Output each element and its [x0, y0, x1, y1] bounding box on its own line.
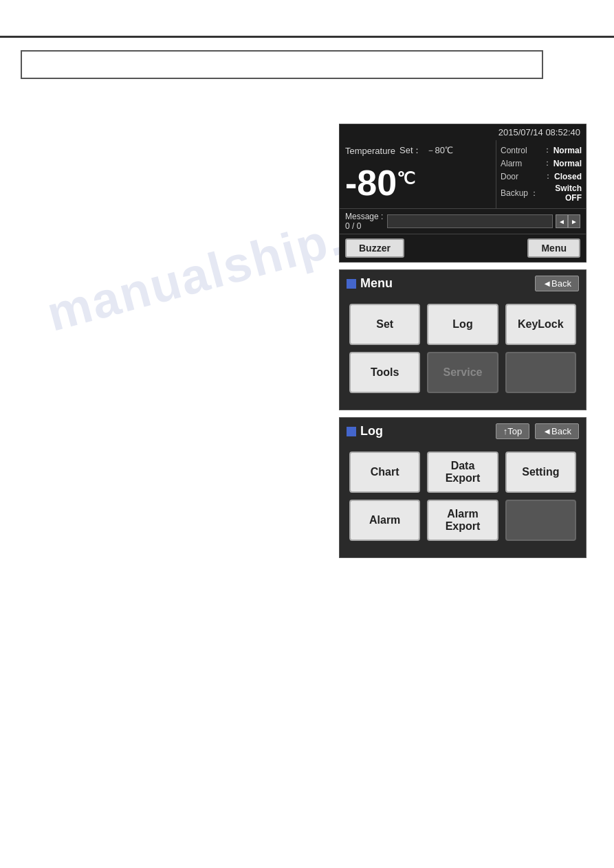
- temp-set-prefix: Set：: [399, 144, 422, 157]
- message-count: 0 / 0: [345, 221, 383, 231]
- message-prev-btn[interactable]: ◄: [556, 214, 568, 228]
- buzzer-button[interactable]: Buzzer: [345, 238, 404, 258]
- menu-title-text: Menu: [360, 276, 393, 291]
- right-panels: 2015/07/14 08:52:40 Temperature Set： －80…: [339, 124, 586, 558]
- monitor-footer: Buzzer Menu: [340, 234, 586, 262]
- door-value: Closed: [554, 172, 582, 181]
- monitor-body: Temperature Set： －80℃ -80℃ Control ： Nor…: [340, 140, 586, 208]
- temp-value: -80: [345, 165, 397, 201]
- menu-log-button[interactable]: Log: [427, 304, 498, 345]
- top-bar: [0, 0, 614, 38]
- menu-tools-button[interactable]: Tools: [349, 352, 420, 393]
- menu-empty-button: [505, 352, 576, 393]
- message-input[interactable]: [387, 214, 553, 228]
- backup-value: Switch OFF: [540, 183, 582, 203]
- message-next-btn[interactable]: ►: [568, 214, 580, 228]
- monitor-panel: 2015/07/14 08:52:40 Temperature Set： －80…: [339, 124, 586, 263]
- alarm-sep: ：: [543, 157, 551, 169]
- monitor-message-row: Message : 0 / 0 ◄ ►: [340, 208, 586, 234]
- log-chart-button[interactable]: Chart: [349, 452, 420, 493]
- control-label: Control: [501, 146, 541, 155]
- input-area: [0, 38, 614, 91]
- log-panel-header: Log ↑Top ◄Back: [340, 418, 586, 445]
- log-header-btns: ↑Top ◄Back: [496, 423, 579, 439]
- menu-back-button[interactable]: ◄Back: [535, 276, 579, 291]
- status-row-control: Control ： Normal: [501, 144, 582, 156]
- log-alarmexport-button[interactable]: Alarm Export: [427, 500, 498, 541]
- message-label: Message :: [345, 212, 383, 221]
- log-back-button[interactable]: ◄Back: [535, 423, 579, 439]
- menu-panel-title: Menu: [347, 276, 393, 291]
- status-row-backup: Backup ： Switch OFF: [501, 183, 582, 203]
- door-sep: ：: [544, 170, 552, 182]
- backup-label: Backup: [501, 188, 528, 198]
- temp-unit: ℃: [397, 170, 415, 187]
- log-dataexport-button[interactable]: Data Export: [427, 452, 498, 493]
- log-buttons: Chart Data Export Setting Alarm Alarm Ex…: [340, 445, 586, 548]
- menu-panel: Menu ◄Back Set Log KeyLock Tools Service: [339, 269, 586, 410]
- log-alarm-button[interactable]: Alarm: [349, 500, 420, 541]
- main-input[interactable]: [21, 50, 543, 79]
- alarm-status-value: Normal: [553, 159, 582, 168]
- menu-button[interactable]: Menu: [527, 238, 580, 258]
- status-row-door: Door ： Closed: [501, 170, 582, 182]
- log-panel: Log ↑Top ◄Back Chart Data Export Setting…: [339, 417, 586, 558]
- temp-display-section: Temperature Set： －80℃ -80℃: [340, 140, 496, 208]
- message-nav: ◄ ►: [556, 214, 580, 228]
- log-panel-title: Log: [347, 424, 383, 438]
- log-title-text: Log: [360, 424, 383, 438]
- menu-set-button[interactable]: Set: [349, 304, 420, 345]
- menu-service-button: Service: [427, 352, 498, 393]
- monitor-datetime: 2015/07/14 08:52:40: [340, 124, 586, 140]
- status-row-alarm: Alarm ： Normal: [501, 157, 582, 169]
- log-setting-button[interactable]: Setting: [505, 452, 576, 493]
- backup-sep: ：: [530, 188, 538, 199]
- menu-title-icon: [347, 279, 356, 289]
- control-value: Normal: [553, 146, 582, 155]
- log-empty-button: [505, 500, 576, 541]
- temp-set-row: Temperature Set： －80℃: [345, 144, 490, 157]
- temp-set-value: －80℃: [426, 144, 453, 157]
- log-title-icon: [347, 427, 356, 436]
- menu-keylock-button[interactable]: KeyLock: [505, 304, 576, 345]
- menu-panel-header: Menu ◄Back: [340, 270, 586, 297]
- door-label: Door: [501, 172, 542, 181]
- message-label-group: Message : 0 / 0: [345, 212, 383, 231]
- temp-label: Temperature: [345, 146, 395, 156]
- status-section: Control ： Normal Alarm ： Normal Door ： C…: [496, 140, 586, 208]
- temp-big-display: -80℃: [345, 159, 490, 203]
- log-top-button[interactable]: ↑Top: [496, 423, 529, 439]
- control-sep: ：: [543, 144, 551, 156]
- menu-buttons: Set Log KeyLock Tools Service: [340, 297, 586, 400]
- alarm-status-label: Alarm: [501, 159, 541, 168]
